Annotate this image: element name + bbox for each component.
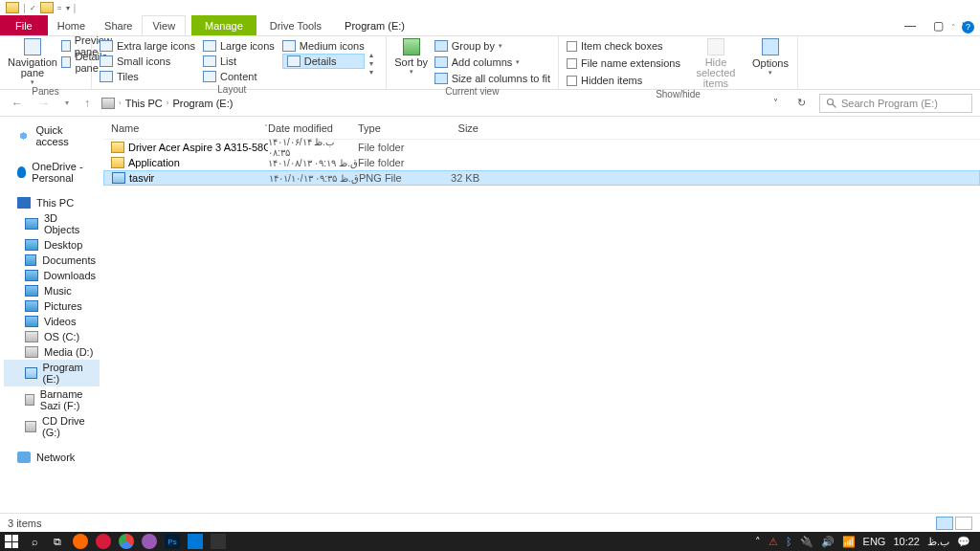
tray-warning-icon[interactable]: ⚠ [768, 536, 778, 548]
refresh-button[interactable]: ↻ [791, 97, 812, 109]
layout-list[interactable]: List [203, 54, 275, 69]
maximize-button[interactable]: ▢ [933, 19, 944, 33]
file-extensions-toggle[interactable]: File name extensions [567, 55, 680, 71]
nav-item-downloads[interactable]: Downloads [4, 268, 100, 283]
nav-item-media-d-[interactable]: Media (D:) [4, 344, 100, 360]
taskbar-app-5[interactable]: Ps [165, 534, 180, 549]
breadcrumb-leaf[interactable]: Program (E:) [172, 98, 233, 109]
forward-button[interactable]: → [34, 97, 54, 110]
tray-power-icon[interactable]: 🔌 [800, 536, 813, 548]
tray-bluetooth-icon[interactable]: ᛒ [786, 536, 792, 547]
qat-equals-icon[interactable]: = [57, 4, 62, 12]
tab-view[interactable]: View [142, 15, 186, 35]
recent-locations-button[interactable]: ▾ [61, 99, 73, 107]
tab-home[interactable]: Home [48, 15, 95, 35]
back-button[interactable]: ← [8, 97, 27, 110]
breadcrumb[interactable]: › This PC › Program (E:) [101, 98, 760, 109]
size-columns-label: Size all columns to fit [452, 73, 550, 84]
task-view-button[interactable]: ⧉ [50, 534, 65, 549]
chevron-right-icon[interactable]: › [167, 99, 169, 107]
file-row[interactable]: tasvir۱۴۰۱/۱۰/۱۳ ق.ظ ۰۹:۳۵PNG File32 KB [103, 170, 980, 186]
checkbox-icon [567, 58, 577, 69]
qat-folder-icon[interactable] [40, 2, 54, 13]
taskbar-app-7[interactable] [211, 534, 226, 549]
add-columns-button[interactable]: Add columns ▾ [434, 55, 550, 70]
column-date[interactable]: Date modified [268, 122, 358, 134]
nav-item-program-e-[interactable]: Program (E:) [4, 360, 100, 386]
item-check-boxes-toggle[interactable]: Item check boxes [567, 38, 680, 54]
nav-item-label: Downloads [44, 270, 96, 281]
nav-onedrive[interactable]: OneDrive - Personal [4, 159, 100, 186]
large-icons-view-button[interactable] [955, 517, 972, 530]
tray-chevron-icon[interactable]: ˄ [755, 536, 761, 548]
column-type[interactable]: Type [358, 122, 438, 134]
nav-item-label: 3D Objects [44, 212, 96, 235]
layout-gallery-expand[interactable]: ▴▾▾ [365, 38, 378, 89]
ribbon-collapse-icon[interactable]: ˄ [951, 23, 956, 33]
nav-item-label: Videos [44, 316, 76, 327]
breadcrumb-root[interactable]: This PC [125, 98, 163, 109]
qat-dropdown-icon[interactable]: ▾ [66, 4, 70, 12]
search-input[interactable]: Search Program (E:) [819, 94, 972, 113]
chevron-right-icon[interactable]: › [119, 99, 122, 107]
details-view-button[interactable] [936, 517, 953, 530]
up-button[interactable]: ↑ [80, 97, 94, 110]
tab-share[interactable]: Share [95, 15, 142, 35]
file-row[interactable]: Driver Acer Aspire 3 A315-58G (Win 10-6.… [103, 140, 980, 155]
tray-volume-icon[interactable]: 🔊 [821, 536, 835, 548]
tray-time[interactable]: 10:22 [893, 536, 920, 547]
size-all-columns-button[interactable]: Size all columns to fit [434, 71, 550, 86]
nav-quick-access[interactable]: Quick access [4, 122, 100, 149]
tab-manage[interactable]: Manage [191, 15, 256, 35]
minimize-button[interactable]: — [904, 19, 916, 33]
hidden-items-toggle[interactable]: Hidden items [567, 73, 680, 88]
column-size[interactable]: Size [438, 122, 484, 134]
taskbar-app-2[interactable] [96, 534, 111, 549]
column-name[interactable]: Name˅ [103, 122, 268, 134]
tab-drive-tools[interactable]: Drive Tools [256, 15, 335, 35]
qat-check-icon[interactable]: ✓ [30, 4, 36, 12]
layout-extra-large[interactable]: Extra large icons [100, 38, 195, 54]
address-dropdown[interactable]: ˅ [768, 98, 784, 108]
sort-by-button[interactable]: Sort by ▾ [394, 38, 429, 86]
taskbar-app-3[interactable] [119, 534, 134, 549]
layout-tiles[interactable]: Tiles [100, 69, 195, 84]
tray-notifications-icon[interactable]: 💬 [957, 536, 970, 548]
layout-medium[interactable]: Medium icons [282, 38, 365, 54]
nav-item-documents[interactable]: Documents [4, 253, 100, 268]
taskbar-app-6[interactable] [188, 534, 203, 549]
nav-item-videos[interactable]: Videos [4, 314, 100, 329]
nav-item-3d-objects[interactable]: 3D Objects [4, 210, 100, 237]
tray-language[interactable]: ENG [863, 536, 886, 547]
search-button[interactable]: ⌕ [27, 534, 42, 549]
drive-icon [25, 421, 36, 432]
window-title: Program (E:) [335, 15, 414, 35]
start-button[interactable] [4, 534, 19, 549]
navigation-pane-button[interactable]: Navigation pane ▾ [8, 38, 57, 86]
nav-item-cd-drive-g-[interactable]: CD Drive (G:) [4, 413, 100, 440]
ribbon-tabs: File Home Share View Manage Drive Tools … [0, 15, 980, 36]
layout-small[interactable]: Small icons [100, 54, 195, 69]
nav-item-music[interactable]: Music [4, 283, 100, 298]
nav-item-label: OS (C:) [44, 331, 79, 342]
status-text: 3 items [8, 518, 41, 529]
nav-item-barname-sazi-f-[interactable]: Barname Sazi (F:) [4, 386, 100, 413]
layout-large[interactable]: Large icons [203, 38, 275, 54]
drive-icon [25, 331, 38, 342]
taskbar-app-4[interactable] [142, 534, 157, 549]
nav-item-os-c-[interactable]: OS (C:) [4, 329, 100, 344]
nav-item-pictures[interactable]: Pictures [4, 298, 100, 314]
options-button[interactable]: Options ▾ [751, 38, 790, 89]
tab-file[interactable]: File [0, 15, 48, 35]
nav-network[interactable]: Network [4, 450, 100, 465]
nav-item-desktop[interactable]: Desktop [4, 237, 100, 253]
layout-content[interactable]: Content [203, 69, 275, 84]
file-row[interactable]: Application۱۴۰۱/۰۸/۱۳ ق.ظ ۰۹:۱۹File fold… [103, 155, 980, 170]
layout-details[interactable]: Details [282, 54, 365, 69]
nav-this-pc[interactable]: This PC [4, 195, 100, 210]
layout-medium-label: Medium icons [300, 40, 365, 52]
taskbar-app-1[interactable] [73, 534, 88, 549]
help-icon[interactable]: ? [962, 21, 974, 33]
group-by-button[interactable]: Group by ▾ [434, 38, 550, 54]
tray-wifi-icon[interactable]: 📶 [842, 536, 856, 548]
